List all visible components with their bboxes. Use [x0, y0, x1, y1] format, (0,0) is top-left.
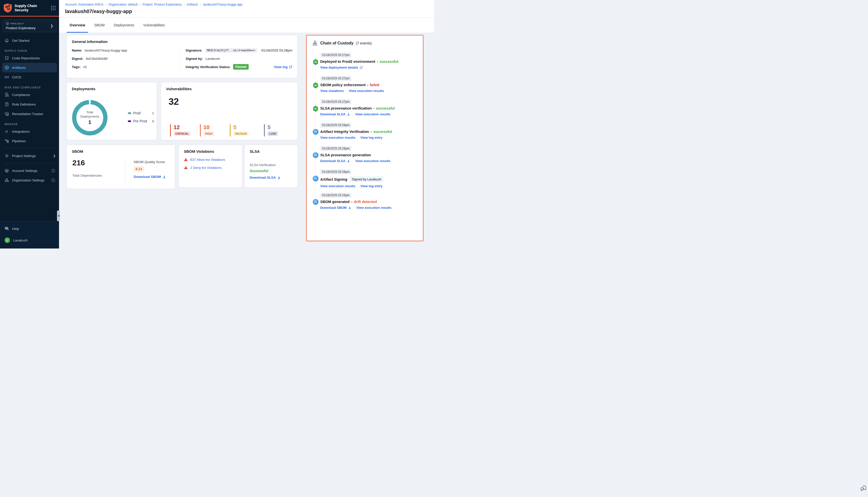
- view-execution-results-link[interactable]: View execution results: [355, 112, 390, 116]
- pipeline-event-icon: ∞: [313, 105, 318, 112]
- sidebar-item-label: Integrations: [12, 130, 30, 133]
- download-slsa-link[interactable]: Download SLSA: [250, 176, 281, 180]
- legend-label: Prod: [133, 111, 152, 115]
- link-label: View execution results: [349, 89, 384, 93]
- allow-list-violations-link[interactable]: 637 Allow list Violations: [190, 158, 225, 161]
- warning-icon: [184, 158, 188, 161]
- sidebar-item-code-repositories[interactable]: Code Repositories: [0, 53, 59, 63]
- view-execution-results-link[interactable]: View execution results: [320, 184, 356, 188]
- sidebar-item-help[interactable]: ? Help: [0, 224, 59, 233]
- sidebar-nav: Get Started SUPPLY CHAIN Code Repositori…: [0, 34, 59, 221]
- tags-value: v5: [83, 65, 87, 69]
- sidebar-header: Supply Chain Security: [0, 0, 59, 16]
- sidebar-item-pipelines[interactable]: Pipelines: [0, 136, 59, 146]
- app-switcher-icon[interactable]: [51, 6, 56, 10]
- event-status: drift detected: [354, 200, 377, 204]
- sidebar-item-integrations[interactable]: Integrations: [0, 127, 59, 136]
- sidebar-item-rule-definitions[interactable]: Rule Definitions: [0, 99, 59, 109]
- event-timestamp: 01/16/2025 03:25pm: [320, 193, 351, 198]
- brand-divider: [0, 16, 59, 17]
- section-label-risk-compliance: RISK AND COMPLIANCE: [4, 86, 59, 89]
- status-badge: Passed: [233, 64, 249, 70]
- sidebar-item-compliance[interactable]: Compliance: [0, 90, 59, 99]
- view-deployment-details-link[interactable]: View deployment details: [320, 66, 363, 69]
- medium-count: 5: [233, 124, 264, 130]
- event-title: Artifact Signing: [320, 178, 347, 181]
- project-selector[interactable]: PROJECT Product Exploratory ❯: [2, 19, 57, 32]
- view-execution-results-link[interactable]: View execution results: [349, 89, 384, 93]
- legend-value: 1: [152, 111, 154, 115]
- download-sbom-link[interactable]: Download SBOM: [134, 175, 166, 179]
- signed-by-value: Lavakush: [205, 57, 220, 60]
- legend-item-preprod: Pre Prod 0: [128, 119, 154, 123]
- chain-of-custody-panel: Chain of Custody (7 events) ∞ 01/16/2025…: [306, 35, 423, 241]
- breadcrumb-account[interactable]: Account: Automation-SSCA: [65, 3, 103, 6]
- breadcrumb-organization[interactable]: Organization: default: [108, 3, 138, 6]
- breadcrumb-artifacts[interactable]: Artifacts: [187, 3, 198, 6]
- event-status: successful: [376, 106, 395, 110]
- sidebar-collapse-handle[interactable]: [57, 211, 60, 221]
- download-sbom-link[interactable]: Download SBOM: [320, 206, 351, 210]
- sidebar-item-organization-settings[interactable]: Organization Settings: [0, 175, 59, 185]
- deny-list-violations-row: 2 Deny list Violations: [184, 166, 237, 170]
- legend-label: Pre Prod: [133, 119, 152, 123]
- vulnerabilities-card: Vulnerabilities 32 12 CRITICAL 10 HIGH 5…: [161, 82, 298, 140]
- sidebar-item-label: Pipelines: [12, 139, 26, 143]
- sidebar-item-user[interactable]: L Lavakush: [0, 236, 59, 245]
- scan-event-icon: [313, 176, 318, 181]
- project-cube-icon: [6, 22, 9, 25]
- event-timeline: ∞ 01/16/2025 03:27pm Deployed to Prod2 e…: [313, 53, 417, 212]
- code-repo-icon: [4, 56, 9, 60]
- donut-legend: Prod 1 Pre Prod 0: [128, 111, 154, 127]
- view-log-link[interactable]: View log: [274, 65, 292, 69]
- pipeline-event-icon: ∞: [313, 59, 318, 65]
- view-log-entry-link[interactable]: View log entry: [360, 184, 382, 188]
- event-timestamp: 01/16/2025 03:27pm: [320, 53, 351, 58]
- breadcrumb-separator: ›: [184, 3, 185, 6]
- sidebar-item-cicd[interactable]: CI/CD: [0, 72, 59, 82]
- deployments-card: Deployments Total Deployments 1 Prod 1 P…: [67, 82, 157, 140]
- download-icon: [277, 176, 281, 180]
- app-logo-shield-icon: [3, 3, 12, 13]
- remediation-box-icon: [4, 112, 9, 116]
- tab-deployments[interactable]: Deployments: [114, 18, 134, 33]
- link-label: Download SLSA: [320, 112, 345, 116]
- view-violations-link[interactable]: View violations: [320, 89, 344, 93]
- severity-stats: 12 CRITICAL 10 HIGH 5 MEDIUM 5 LOW: [170, 124, 292, 137]
- donut-center: Total Deployments 1: [72, 100, 107, 136]
- sidebar-item-remediation-tracker[interactable]: Remediation Tracker: [0, 109, 59, 118]
- link-label: View log entry: [360, 136, 382, 140]
- slsa-card: SLSA SLSA Verification Successful Downlo…: [244, 145, 298, 188]
- breadcrumb-project[interactable]: Project: Product Exploratory: [143, 3, 182, 6]
- view-log-entry-link[interactable]: View log entry: [360, 136, 382, 140]
- link-label: View execution results: [357, 206, 392, 210]
- sidebar-item-get-started[interactable]: Get Started: [0, 36, 59, 45]
- event-title: SLSA provenance generation: [320, 153, 371, 157]
- tab-overview[interactable]: Overview: [70, 18, 85, 33]
- tab-vulnerabilities[interactable]: Vulnerabilities: [143, 18, 165, 33]
- sidebar-item-artifacts[interactable]: Artifacts: [2, 63, 57, 72]
- clipboard-check-icon: [4, 102, 9, 106]
- breadcrumb-current[interactable]: lavakush07/easy-buggy-app: [203, 3, 242, 6]
- download-slsa-link[interactable]: Download SLSA: [320, 159, 350, 163]
- low-count: 5: [267, 124, 292, 130]
- download-icon: [347, 113, 350, 116]
- signed-by-label: Signed by:: [186, 57, 203, 60]
- sidebar-item-account-settings[interactable]: Account Settings: [0, 166, 59, 175]
- name-value: lavakush07/easy-buggy-app: [85, 48, 127, 52]
- tab-sbom[interactable]: SBOM: [94, 18, 104, 33]
- svg-text:?: ?: [6, 227, 7, 229]
- slsa-verification-label: SLSA Verification: [250, 163, 293, 167]
- view-execution-results-link[interactable]: View execution results: [357, 206, 392, 210]
- event-slsa-provenance-generation: 01/16/2025 03:26pm SLSA provenance gener…: [313, 146, 417, 165]
- sidebar-item-label: Rule Definitions: [12, 102, 36, 106]
- download-slsa-link[interactable]: Download SLSA: [320, 112, 350, 116]
- separator: -: [371, 130, 372, 134]
- deny-list-violations-link[interactable]: 2 Deny list Violations: [190, 166, 221, 170]
- artifacts-cube-icon: [4, 65, 9, 70]
- download-icon: [162, 175, 166, 179]
- signature-value: MEQCICde2VjIT...bL+2+mqnOXw==: [205, 48, 257, 53]
- view-execution-results-link[interactable]: View execution results: [355, 159, 390, 163]
- view-execution-results-link[interactable]: View execution results: [320, 136, 356, 140]
- sidebar-item-project-settings[interactable]: Project Settings ❯: [0, 151, 59, 160]
